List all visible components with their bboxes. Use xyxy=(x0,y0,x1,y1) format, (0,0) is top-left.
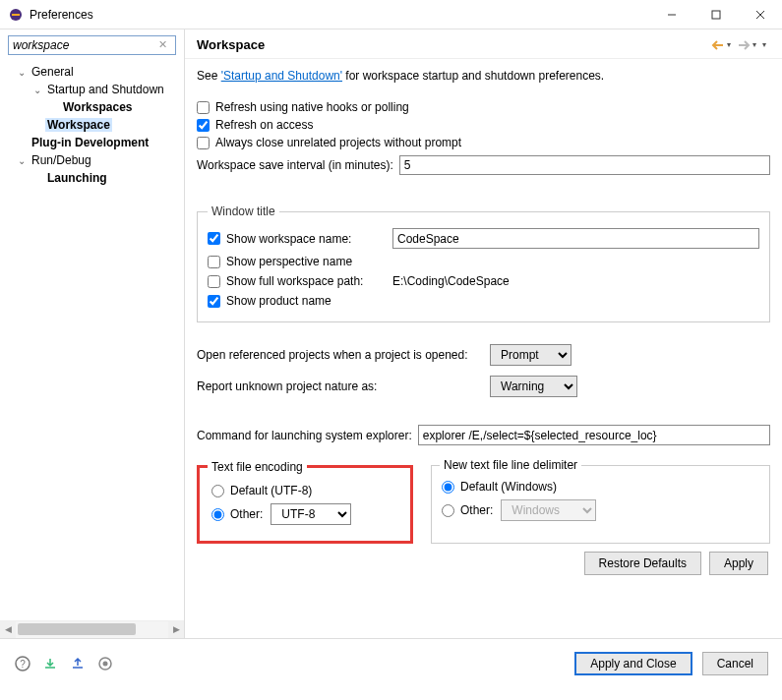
delimiter-default-label: Default (Windows) xyxy=(460,480,557,494)
sidebar-horizontal-scrollbar[interactable]: ◀ ▶ xyxy=(0,620,184,638)
apply-and-close-button[interactable]: Apply and Close xyxy=(574,652,692,675)
encoding-default-label: Default (UTF-8) xyxy=(230,484,312,497)
delimiter-other-radio[interactable] xyxy=(442,504,454,517)
line-delimiter-legend: New text file line delimiter xyxy=(440,458,581,472)
import-preferences-icon[interactable] xyxy=(41,655,59,672)
auto-close-checkbox[interactable] xyxy=(197,137,210,149)
nav-back-dropdown[interactable]: ▾ xyxy=(727,40,731,49)
refresh-native-label: Refresh using native hooks or polling xyxy=(215,100,409,114)
refresh-on-access-checkbox[interactable] xyxy=(197,119,210,132)
tree-item-workspace[interactable]: Workspace xyxy=(0,116,184,134)
clear-filter-icon[interactable]: ✕ xyxy=(158,38,172,52)
delimiter-other-label: Other: xyxy=(460,503,493,517)
preferences-tree: ⌄ General ⌄ Startup and Shutdown Workspa… xyxy=(0,59,184,620)
save-interval-label: Workspace save interval (in minutes): xyxy=(197,158,393,172)
encoding-default-radio[interactable] xyxy=(211,485,224,497)
refresh-on-access-label: Refresh on access xyxy=(215,118,313,132)
window-title: Preferences xyxy=(30,8,649,22)
window-maximize-button[interactable] xyxy=(693,0,738,29)
show-product-checkbox[interactable] xyxy=(208,295,220,308)
expand-icon: ⌄ xyxy=(18,155,30,166)
expand-icon: ⌄ xyxy=(18,67,30,78)
encoding-select[interactable]: UTF-8 xyxy=(271,503,351,525)
workspace-name-input[interactable] xyxy=(392,228,759,249)
tree-item-general[interactable]: ⌄ General xyxy=(0,63,184,81)
window-minimize-button[interactable] xyxy=(649,0,693,29)
show-perspective-label: Show perspective name xyxy=(226,255,352,268)
unknown-nature-label: Report unknown project nature as: xyxy=(197,379,482,393)
tree-item-launching[interactable]: Launching xyxy=(0,169,184,187)
text-encoding-group: Text file encoding Default (UTF-8) Other… xyxy=(197,465,413,544)
encoding-other-label: Other: xyxy=(230,507,263,521)
scroll-left-icon[interactable]: ◀ xyxy=(0,621,16,638)
save-interval-input[interactable] xyxy=(399,155,770,175)
expand-icon: ⌄ xyxy=(33,85,45,95)
open-referenced-select[interactable]: Prompt xyxy=(490,344,571,366)
startup-shutdown-link[interactable]: 'Startup and Shutdown' xyxy=(221,69,342,83)
window-close-button[interactable] xyxy=(738,0,782,29)
page-menu-dropdown[interactable]: ▾ xyxy=(762,40,766,49)
app-icon xyxy=(8,7,24,23)
line-delimiter-group: New text file line delimiter Default (Wi… xyxy=(431,465,770,544)
nav-forward-dropdown[interactable]: ▾ xyxy=(752,40,756,49)
restore-defaults-button[interactable]: Restore Defaults xyxy=(584,552,701,575)
open-referenced-label: Open referenced projects when a project … xyxy=(197,348,482,362)
oomph-icon[interactable] xyxy=(96,655,114,672)
window-titlebar: Preferences xyxy=(0,0,782,29)
delimiter-default-radio[interactable] xyxy=(442,481,454,494)
tree-item-run-debug[interactable]: ⌄ Run/Debug xyxy=(0,151,184,169)
nav-back-icon[interactable] xyxy=(711,38,725,52)
page-description: See 'Startup and Shutdown' for workspace… xyxy=(197,69,770,83)
tree-item-startup-shutdown[interactable]: ⌄ Startup and Shutdown xyxy=(0,81,184,98)
svg-point-9 xyxy=(103,662,108,667)
svg-rect-3 xyxy=(712,11,720,19)
show-perspective-checkbox[interactable] xyxy=(208,256,220,268)
export-preferences-icon[interactable] xyxy=(69,655,87,672)
show-workspace-name-label: Show workspace name: xyxy=(226,232,351,246)
explorer-command-input[interactable] xyxy=(418,425,770,445)
page-title: Workspace xyxy=(197,37,711,52)
apply-button[interactable]: Apply xyxy=(709,552,768,575)
window-title-legend: Window title xyxy=(208,204,279,218)
nav-forward-icon[interactable] xyxy=(737,38,751,52)
svg-text:?: ? xyxy=(20,659,26,670)
svg-rect-1 xyxy=(12,14,20,16)
encoding-other-radio[interactable] xyxy=(211,508,224,521)
scroll-right-icon[interactable]: ▶ xyxy=(168,621,184,638)
show-full-path-label: Show full workspace path: xyxy=(226,274,363,288)
show-product-label: Show product name xyxy=(226,294,331,308)
help-icon[interactable]: ? xyxy=(14,655,31,672)
unknown-nature-select[interactable]: Warning xyxy=(490,376,577,397)
delimiter-select[interactable]: Windows xyxy=(501,499,596,521)
page-nav-buttons: ▾ ▾ ▾ xyxy=(711,38,770,52)
tree-item-workspaces[interactable]: Workspaces xyxy=(0,98,184,116)
tree-item-plugin-development[interactable]: Plug-in Development xyxy=(0,134,184,151)
auto-close-label: Always close unrelated projects without … xyxy=(215,136,461,149)
window-title-group: Window title Show workspace name: Show p… xyxy=(197,204,770,322)
preferences-sidebar: ✕ ⌄ General ⌄ Startup and Shutdown Works… xyxy=(0,29,185,638)
text-encoding-legend: Text file encoding xyxy=(208,460,307,474)
filter-input[interactable] xyxy=(8,35,176,55)
cancel-button[interactable]: Cancel xyxy=(702,652,768,675)
explorer-command-label: Command for launching system explorer: xyxy=(197,429,412,442)
full-path-value: E:\Coding\CodeSpace xyxy=(392,274,759,288)
show-workspace-name-checkbox[interactable] xyxy=(208,232,220,245)
scrollbar-thumb[interactable] xyxy=(18,623,136,635)
show-full-path-checkbox[interactable] xyxy=(208,275,220,288)
refresh-native-checkbox[interactable] xyxy=(197,101,210,114)
